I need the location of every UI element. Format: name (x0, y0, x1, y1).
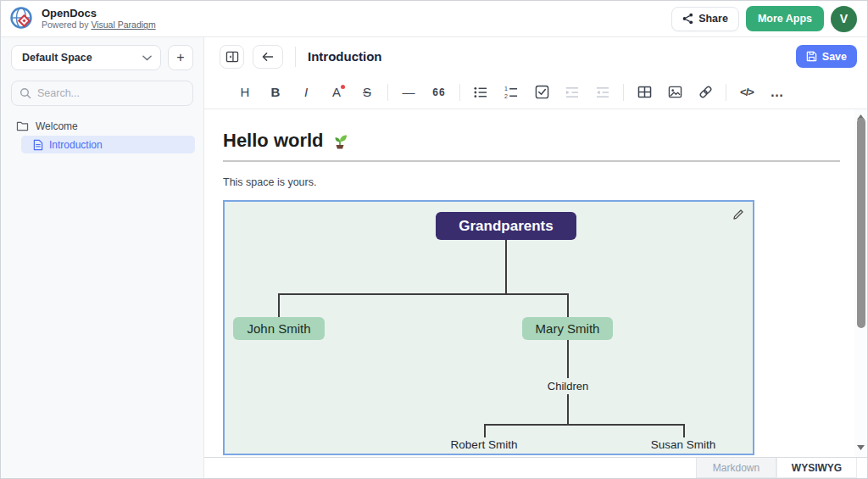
save-icon (806, 51, 817, 62)
tree-connector-line (278, 293, 569, 295)
tree-node-grandparents: Grandparents (436, 212, 576, 240)
tree-node-mary-smith: Mary Smith (522, 317, 613, 340)
share-label: Share (698, 13, 728, 25)
sidebar-item-label: Welcome (36, 120, 78, 132)
table-button[interactable] (629, 81, 659, 104)
document-heading: Hello world (223, 130, 867, 152)
tree-connector-line (484, 454, 486, 455)
app-window: OpenDocs Powered by Visual Paradigm Shar… (0, 0, 868, 479)
tab-wysiwyg[interactable]: WYSIWYG (776, 458, 857, 478)
divider (623, 84, 624, 101)
indent-icon (565, 86, 580, 99)
visual-paradigm-link[interactable]: Visual Paradigm (91, 19, 155, 30)
brand: OpenDocs Powered by Visual Paradigm (42, 8, 156, 31)
tree-label-children: Children (526, 380, 610, 393)
space-selector[interactable]: Default Space (11, 45, 161, 70)
back-button[interactable] (253, 45, 283, 69)
tree-connector-line (567, 340, 569, 378)
outdent-button[interactable] (587, 81, 618, 104)
tree-connector-line (567, 293, 569, 317)
opendocs-logo-icon (9, 6, 35, 31)
horizontal-rule-button[interactable]: — (393, 81, 424, 104)
search-box[interactable] (11, 81, 193, 106)
app-header: OpenDocs Powered by Visual Paradigm Shar… (1, 1, 867, 37)
space-name: Default Space (22, 52, 142, 64)
family-tree-embed[interactable]: Grandparents John Smith Mary Smith Child… (223, 200, 754, 455)
tab-markdown[interactable]: Markdown (696, 458, 776, 478)
sidebar-item-label: Introduction (49, 139, 103, 151)
document-topbar: Introduction Save (204, 37, 867, 75)
tree-connector-line (484, 424, 685, 426)
heading-rule (223, 160, 840, 162)
app-name: OpenDocs (42, 8, 156, 20)
svg-text:1: 1 (504, 86, 508, 92)
search-icon (19, 87, 31, 99)
bullet-list-icon (473, 86, 488, 99)
scroll-down-arrow-icon[interactable] (854, 442, 867, 454)
vertical-scrollbar[interactable] (854, 109, 867, 457)
link-button[interactable] (690, 81, 721, 104)
save-label: Save (822, 51, 847, 63)
editor-canvas[interactable]: Hello world This space is yours. Grandpa… (204, 109, 867, 457)
sidebar-item-introduction[interactable]: Introduction (21, 136, 195, 153)
text-color-button[interactable]: A (321, 81, 352, 104)
search-input[interactable] (37, 87, 181, 99)
checkbox-icon (535, 85, 549, 99)
editor-footer: Markdown WYSIWYG (204, 457, 867, 478)
edit-diagram-button[interactable] (732, 208, 745, 221)
sidebar-item-welcome[interactable]: Welcome (1, 117, 203, 135)
share-button[interactable]: Share (671, 7, 739, 31)
code-button[interactable]: </> (732, 81, 762, 104)
numbered-list-icon: 1 2 (504, 86, 519, 99)
pencil-icon (732, 208, 745, 221)
svg-text:2: 2 (504, 92, 508, 98)
panel-toggle-icon (225, 51, 239, 63)
bold-button[interactable]: B (260, 81, 291, 104)
more-options-button[interactable]: … (762, 81, 793, 104)
tree-label-susan-smith: Susan Smith (631, 438, 736, 451)
document-icon (33, 139, 43, 151)
blockquote-button[interactable]: 66 (424, 81, 454, 104)
divider (295, 47, 296, 67)
tree-connector-line (505, 240, 507, 295)
tree-connector-line (683, 454, 685, 455)
user-avatar[interactable]: V (831, 6, 857, 32)
italic-button[interactable]: I (291, 81, 321, 104)
more-apps-button[interactable]: More Apps (746, 6, 824, 31)
mode-tabs: Markdown WYSIWYG (696, 458, 857, 478)
task-list-button[interactable] (526, 81, 557, 104)
sidebar: Default Space + (1, 37, 204, 478)
outdent-icon (595, 86, 610, 99)
page-title: Introduction (308, 49, 381, 64)
arrow-left-icon (261, 51, 275, 63)
image-button[interactable] (659, 81, 690, 104)
bullet-list-button[interactable] (465, 81, 496, 104)
share-icon (682, 13, 693, 25)
chevron-down-icon (142, 55, 152, 61)
tree-connector-line (484, 424, 486, 437)
folder-icon (16, 120, 29, 131)
save-button[interactable]: Save (796, 45, 857, 68)
divider (726, 84, 726, 101)
indent-button[interactable] (557, 81, 587, 104)
color-dot (341, 85, 345, 89)
table-icon (637, 86, 652, 98)
divider (387, 84, 388, 101)
editor-toolbar: H B I A S — 66 1 (204, 75, 867, 109)
add-space-button[interactable]: + (168, 45, 193, 70)
powered-by: Powered by Visual Paradigm (42, 19, 156, 30)
tree-connector-line (567, 394, 569, 426)
scrollbar-thumb[interactable] (857, 118, 865, 328)
image-icon (668, 86, 682, 98)
divider (459, 84, 460, 101)
link-icon (698, 85, 713, 99)
tree-label-robert-smith: Robert Smith (431, 438, 537, 451)
document-paragraph: This space is yours. (223, 176, 867, 188)
page-tree: Welcome Introduction (1, 117, 203, 153)
strikethrough-button[interactable]: S (352, 81, 382, 104)
tree-node-john-smith: John Smith (233, 317, 325, 340)
numbered-list-button[interactable]: 1 2 (496, 81, 526, 104)
toggle-sidebar-button[interactable] (220, 45, 244, 69)
tree-connector-line (683, 424, 685, 437)
heading-button[interactable]: H (230, 81, 260, 104)
